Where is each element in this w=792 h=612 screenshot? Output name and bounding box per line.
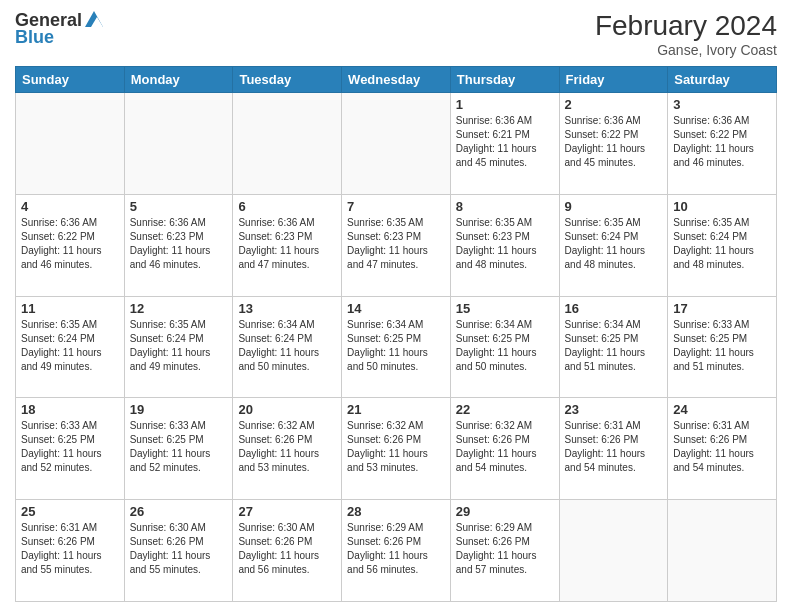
day-info: Sunrise: 6:33 AM Sunset: 6:25 PM Dayligh… xyxy=(21,419,119,475)
day-info: Sunrise: 6:34 AM Sunset: 6:25 PM Dayligh… xyxy=(347,318,445,374)
calendar-cell xyxy=(233,93,342,195)
day-info: Sunrise: 6:32 AM Sunset: 6:26 PM Dayligh… xyxy=(238,419,336,475)
calendar-cell: 3Sunrise: 6:36 AM Sunset: 6:22 PM Daylig… xyxy=(668,93,777,195)
calendar-cell: 12Sunrise: 6:35 AM Sunset: 6:24 PM Dayli… xyxy=(124,296,233,398)
calendar-cell: 15Sunrise: 6:34 AM Sunset: 6:25 PM Dayli… xyxy=(450,296,559,398)
day-info: Sunrise: 6:35 AM Sunset: 6:24 PM Dayligh… xyxy=(130,318,228,374)
day-number: 16 xyxy=(565,301,663,316)
calendar-cell: 6Sunrise: 6:36 AM Sunset: 6:23 PM Daylig… xyxy=(233,194,342,296)
calendar-day-header: Friday xyxy=(559,67,668,93)
day-number: 29 xyxy=(456,504,554,519)
day-info: Sunrise: 6:31 AM Sunset: 6:26 PM Dayligh… xyxy=(565,419,663,475)
day-info: Sunrise: 6:31 AM Sunset: 6:26 PM Dayligh… xyxy=(21,521,119,577)
calendar-cell: 5Sunrise: 6:36 AM Sunset: 6:23 PM Daylig… xyxy=(124,194,233,296)
day-info: Sunrise: 6:30 AM Sunset: 6:26 PM Dayligh… xyxy=(130,521,228,577)
day-number: 20 xyxy=(238,402,336,417)
day-info: Sunrise: 6:34 AM Sunset: 6:24 PM Dayligh… xyxy=(238,318,336,374)
calendar-cell: 13Sunrise: 6:34 AM Sunset: 6:24 PM Dayli… xyxy=(233,296,342,398)
day-info: Sunrise: 6:36 AM Sunset: 6:22 PM Dayligh… xyxy=(21,216,119,272)
logo: General Blue xyxy=(15,10,105,48)
calendar-cell: 1Sunrise: 6:36 AM Sunset: 6:21 PM Daylig… xyxy=(450,93,559,195)
day-number: 17 xyxy=(673,301,771,316)
day-info: Sunrise: 6:36 AM Sunset: 6:22 PM Dayligh… xyxy=(565,114,663,170)
day-info: Sunrise: 6:29 AM Sunset: 6:26 PM Dayligh… xyxy=(347,521,445,577)
calendar-cell: 16Sunrise: 6:34 AM Sunset: 6:25 PM Dayli… xyxy=(559,296,668,398)
calendar-day-header: Wednesday xyxy=(342,67,451,93)
calendar-cell: 14Sunrise: 6:34 AM Sunset: 6:25 PM Dayli… xyxy=(342,296,451,398)
calendar-cell: 22Sunrise: 6:32 AM Sunset: 6:26 PM Dayli… xyxy=(450,398,559,500)
calendar-cell: 23Sunrise: 6:31 AM Sunset: 6:26 PM Dayli… xyxy=(559,398,668,500)
day-number: 15 xyxy=(456,301,554,316)
calendar-cell xyxy=(342,93,451,195)
day-number: 18 xyxy=(21,402,119,417)
calendar-week-row: 25Sunrise: 6:31 AM Sunset: 6:26 PM Dayli… xyxy=(16,500,777,602)
calendar-cell: 25Sunrise: 6:31 AM Sunset: 6:26 PM Dayli… xyxy=(16,500,125,602)
calendar-cell: 10Sunrise: 6:35 AM Sunset: 6:24 PM Dayli… xyxy=(668,194,777,296)
day-number: 25 xyxy=(21,504,119,519)
calendar-cell: 17Sunrise: 6:33 AM Sunset: 6:25 PM Dayli… xyxy=(668,296,777,398)
day-number: 3 xyxy=(673,97,771,112)
calendar-day-header: Thursday xyxy=(450,67,559,93)
logo-icon xyxy=(83,9,105,29)
calendar-cell: 28Sunrise: 6:29 AM Sunset: 6:26 PM Dayli… xyxy=(342,500,451,602)
day-number: 8 xyxy=(456,199,554,214)
day-number: 27 xyxy=(238,504,336,519)
calendar-cell: 26Sunrise: 6:30 AM Sunset: 6:26 PM Dayli… xyxy=(124,500,233,602)
calendar-cell: 29Sunrise: 6:29 AM Sunset: 6:26 PM Dayli… xyxy=(450,500,559,602)
header: General Blue February 2024 Ganse, Ivory … xyxy=(15,10,777,58)
day-number: 6 xyxy=(238,199,336,214)
calendar-day-header: Sunday xyxy=(16,67,125,93)
calendar-cell xyxy=(16,93,125,195)
calendar-cell: 21Sunrise: 6:32 AM Sunset: 6:26 PM Dayli… xyxy=(342,398,451,500)
day-info: Sunrise: 6:35 AM Sunset: 6:23 PM Dayligh… xyxy=(347,216,445,272)
calendar-cell: 24Sunrise: 6:31 AM Sunset: 6:26 PM Dayli… xyxy=(668,398,777,500)
day-number: 14 xyxy=(347,301,445,316)
day-info: Sunrise: 6:36 AM Sunset: 6:21 PM Dayligh… xyxy=(456,114,554,170)
day-number: 22 xyxy=(456,402,554,417)
day-info: Sunrise: 6:36 AM Sunset: 6:23 PM Dayligh… xyxy=(238,216,336,272)
day-info: Sunrise: 6:32 AM Sunset: 6:26 PM Dayligh… xyxy=(456,419,554,475)
calendar-cell: 7Sunrise: 6:35 AM Sunset: 6:23 PM Daylig… xyxy=(342,194,451,296)
calendar-cell: 2Sunrise: 6:36 AM Sunset: 6:22 PM Daylig… xyxy=(559,93,668,195)
day-info: Sunrise: 6:29 AM Sunset: 6:26 PM Dayligh… xyxy=(456,521,554,577)
location: Ganse, Ivory Coast xyxy=(595,42,777,58)
calendar-day-header: Monday xyxy=(124,67,233,93)
page: General Blue February 2024 Ganse, Ivory … xyxy=(0,0,792,612)
day-number: 1 xyxy=(456,97,554,112)
day-info: Sunrise: 6:34 AM Sunset: 6:25 PM Dayligh… xyxy=(456,318,554,374)
day-info: Sunrise: 6:34 AM Sunset: 6:25 PM Dayligh… xyxy=(565,318,663,374)
day-number: 28 xyxy=(347,504,445,519)
day-number: 21 xyxy=(347,402,445,417)
day-info: Sunrise: 6:36 AM Sunset: 6:22 PM Dayligh… xyxy=(673,114,771,170)
day-number: 9 xyxy=(565,199,663,214)
day-info: Sunrise: 6:35 AM Sunset: 6:24 PM Dayligh… xyxy=(21,318,119,374)
calendar-cell: 4Sunrise: 6:36 AM Sunset: 6:22 PM Daylig… xyxy=(16,194,125,296)
calendar-cell: 8Sunrise: 6:35 AM Sunset: 6:23 PM Daylig… xyxy=(450,194,559,296)
calendar-cell: 27Sunrise: 6:30 AM Sunset: 6:26 PM Dayli… xyxy=(233,500,342,602)
day-number: 24 xyxy=(673,402,771,417)
calendar-week-row: 18Sunrise: 6:33 AM Sunset: 6:25 PM Dayli… xyxy=(16,398,777,500)
calendar-day-header: Tuesday xyxy=(233,67,342,93)
calendar-week-row: 1Sunrise: 6:36 AM Sunset: 6:21 PM Daylig… xyxy=(16,93,777,195)
day-number: 19 xyxy=(130,402,228,417)
calendar-cell xyxy=(559,500,668,602)
day-number: 11 xyxy=(21,301,119,316)
day-info: Sunrise: 6:33 AM Sunset: 6:25 PM Dayligh… xyxy=(130,419,228,475)
calendar-cell: 9Sunrise: 6:35 AM Sunset: 6:24 PM Daylig… xyxy=(559,194,668,296)
calendar-table: SundayMondayTuesdayWednesdayThursdayFrid… xyxy=(15,66,777,602)
day-number: 4 xyxy=(21,199,119,214)
day-number: 23 xyxy=(565,402,663,417)
calendar-cell xyxy=(668,500,777,602)
calendar-day-header: Saturday xyxy=(668,67,777,93)
day-number: 7 xyxy=(347,199,445,214)
day-number: 2 xyxy=(565,97,663,112)
day-info: Sunrise: 6:35 AM Sunset: 6:23 PM Dayligh… xyxy=(456,216,554,272)
calendar-header-row: SundayMondayTuesdayWednesdayThursdayFrid… xyxy=(16,67,777,93)
day-info: Sunrise: 6:30 AM Sunset: 6:26 PM Dayligh… xyxy=(238,521,336,577)
day-info: Sunrise: 6:31 AM Sunset: 6:26 PM Dayligh… xyxy=(673,419,771,475)
day-number: 26 xyxy=(130,504,228,519)
calendar-cell: 18Sunrise: 6:33 AM Sunset: 6:25 PM Dayli… xyxy=(16,398,125,500)
calendar-week-row: 11Sunrise: 6:35 AM Sunset: 6:24 PM Dayli… xyxy=(16,296,777,398)
calendar-cell: 11Sunrise: 6:35 AM Sunset: 6:24 PM Dayli… xyxy=(16,296,125,398)
day-number: 12 xyxy=(130,301,228,316)
